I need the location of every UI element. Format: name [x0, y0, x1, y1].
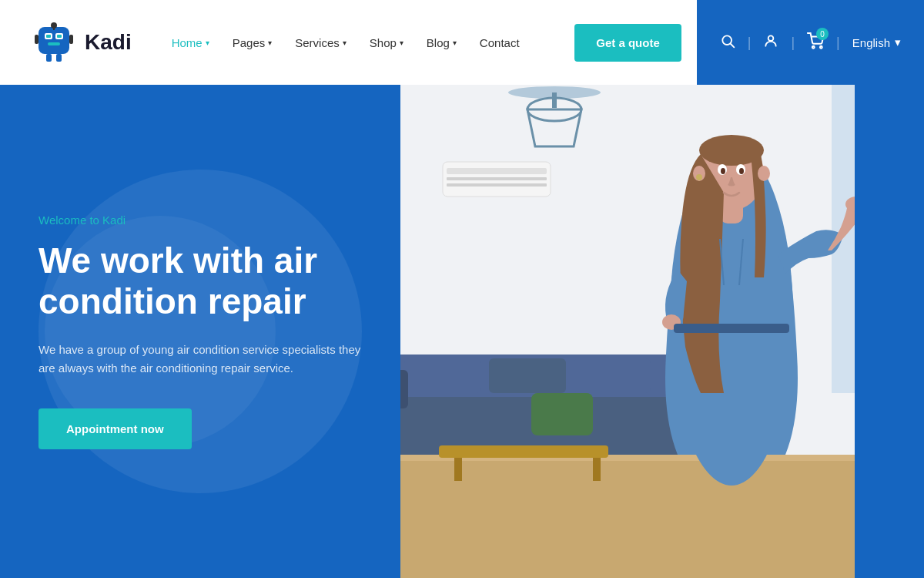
chevron-down-icon: ▾	[268, 39, 272, 47]
language-label: English	[852, 36, 890, 49]
svg-rect-40	[454, 458, 462, 481]
hero-scene-svg	[400, 85, 924, 578]
svg-point-52	[696, 174, 702, 180]
svg-rect-38	[531, 393, 593, 435]
svg-rect-34	[489, 358, 566, 393]
nav-shop[interactable]: Shop ▾	[360, 30, 413, 55]
svg-rect-4	[57, 35, 62, 38]
get-quote-button[interactable]: Get a quote	[574, 24, 681, 62]
chevron-down-icon: ▾	[453, 39, 457, 47]
logo-text: Kadi	[85, 30, 132, 55]
hero-section: Welcome to Kadi We work with air conditi…	[0, 85, 924, 578]
cart-count: 0	[816, 28, 829, 40]
svg-rect-11	[53, 27, 55, 30]
svg-rect-19	[400, 455, 924, 578]
svg-rect-24	[552, 92, 557, 108]
svg-rect-30	[447, 183, 547, 187]
svg-point-49	[739, 168, 744, 174]
svg-rect-61	[674, 324, 789, 333]
nav-home[interactable]: Home ▾	[162, 30, 219, 55]
svg-rect-5	[48, 42, 60, 45]
svg-point-45	[699, 135, 764, 166]
main-nav: Home ▾ Pages ▾ Services ▾ Shop ▾ Blog ▾ …	[162, 30, 575, 55]
logo[interactable]: Kadi	[31, 19, 132, 66]
search-icon[interactable]	[720, 33, 735, 52]
svg-point-14	[768, 35, 774, 41]
separator-1: |	[748, 35, 752, 51]
svg-line-13	[730, 43, 734, 47]
svg-rect-36	[400, 370, 408, 408]
language-selector[interactable]: English ▾	[852, 35, 901, 49]
svg-rect-8	[46, 54, 52, 62]
svg-rect-3	[46, 35, 51, 38]
svg-rect-0	[38, 27, 69, 54]
svg-rect-29	[447, 177, 547, 180]
svg-rect-6	[35, 35, 38, 44]
hero-image	[400, 85, 924, 578]
svg-rect-33	[404, 358, 481, 393]
svg-rect-35	[574, 358, 651, 393]
nav-contact[interactable]: Contact	[470, 30, 529, 55]
chevron-down-icon: ▾	[895, 35, 901, 49]
site-header: Kadi Home ▾ Pages ▾ Services ▾ Shop ▾ Bl…	[0, 0, 924, 85]
svg-rect-9	[56, 54, 62, 62]
nav-services[interactable]: Services ▾	[286, 30, 356, 55]
welcome-label: Welcome to Kadi	[38, 213, 362, 227]
chevron-down-icon: ▾	[343, 39, 346, 47]
svg-point-51	[758, 166, 770, 181]
user-icon[interactable]	[763, 33, 778, 52]
hero-description: We have a group of young air condition s…	[38, 341, 362, 378]
svg-rect-39	[439, 445, 608, 458]
svg-point-15	[812, 46, 815, 49]
logo-icon	[31, 19, 77, 66]
svg-rect-28	[447, 168, 547, 174]
header-actions: | | 0 | English ▾	[697, 0, 924, 85]
hero-content: Welcome to Kadi We work with air conditi…	[0, 85, 400, 578]
separator-2: |	[791, 35, 795, 51]
nav-pages[interactable]: Pages ▾	[223, 30, 282, 55]
chevron-down-icon: ▾	[206, 39, 209, 47]
svg-point-16	[820, 46, 822, 49]
separator-3: |	[836, 35, 840, 51]
cart-button[interactable]: 0	[807, 32, 824, 52]
chevron-down-icon: ▾	[400, 39, 403, 47]
svg-point-48	[721, 168, 725, 174]
svg-rect-41	[593, 458, 601, 481]
right-sidebar	[855, 85, 924, 578]
nav-blog[interactable]: Blog ▾	[417, 30, 466, 55]
hero-title: We work with air condition repair	[38, 240, 362, 322]
appointment-button[interactable]: Appointment now	[38, 408, 192, 449]
svg-rect-7	[69, 35, 73, 44]
